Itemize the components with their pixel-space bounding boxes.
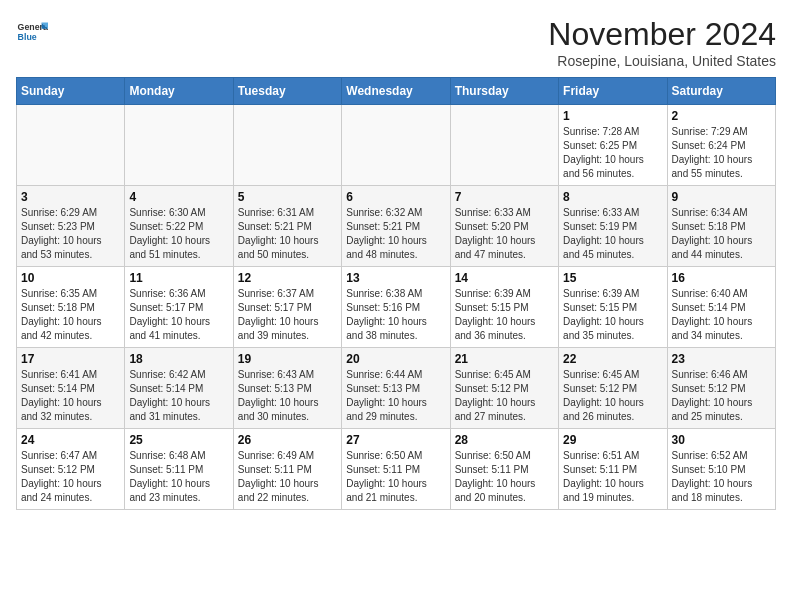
calendar-cell: 6Sunrise: 6:32 AM Sunset: 5:21 PM Daylig… xyxy=(342,186,450,267)
calendar-cell: 7Sunrise: 6:33 AM Sunset: 5:20 PM Daylig… xyxy=(450,186,558,267)
calendar-cell: 14Sunrise: 6:39 AM Sunset: 5:15 PM Dayli… xyxy=(450,267,558,348)
calendar-header-tuesday: Tuesday xyxy=(233,78,341,105)
day-info: Sunrise: 6:32 AM Sunset: 5:21 PM Dayligh… xyxy=(346,206,445,262)
calendar-header-monday: Monday xyxy=(125,78,233,105)
calendar-cell: 16Sunrise: 6:40 AM Sunset: 5:14 PM Dayli… xyxy=(667,267,775,348)
day-number: 17 xyxy=(21,352,120,366)
calendar-cell: 8Sunrise: 6:33 AM Sunset: 5:19 PM Daylig… xyxy=(559,186,667,267)
day-number: 4 xyxy=(129,190,228,204)
day-info: Sunrise: 6:35 AM Sunset: 5:18 PM Dayligh… xyxy=(21,287,120,343)
calendar-week-1: 1Sunrise: 7:28 AM Sunset: 6:25 PM Daylig… xyxy=(17,105,776,186)
month-title: November 2024 xyxy=(548,16,776,53)
calendar-cell: 28Sunrise: 6:50 AM Sunset: 5:11 PM Dayli… xyxy=(450,429,558,510)
day-info: Sunrise: 6:47 AM Sunset: 5:12 PM Dayligh… xyxy=(21,449,120,505)
day-number: 18 xyxy=(129,352,228,366)
day-info: Sunrise: 6:40 AM Sunset: 5:14 PM Dayligh… xyxy=(672,287,771,343)
calendar-cell: 13Sunrise: 6:38 AM Sunset: 5:16 PM Dayli… xyxy=(342,267,450,348)
calendar-header-friday: Friday xyxy=(559,78,667,105)
day-info: Sunrise: 6:46 AM Sunset: 5:12 PM Dayligh… xyxy=(672,368,771,424)
day-info: Sunrise: 6:52 AM Sunset: 5:10 PM Dayligh… xyxy=(672,449,771,505)
calendar-week-2: 3Sunrise: 6:29 AM Sunset: 5:23 PM Daylig… xyxy=(17,186,776,267)
calendar-cell: 9Sunrise: 6:34 AM Sunset: 5:18 PM Daylig… xyxy=(667,186,775,267)
day-number: 16 xyxy=(672,271,771,285)
calendar-cell: 4Sunrise: 6:30 AM Sunset: 5:22 PM Daylig… xyxy=(125,186,233,267)
day-number: 10 xyxy=(21,271,120,285)
day-number: 23 xyxy=(672,352,771,366)
calendar-cell: 11Sunrise: 6:36 AM Sunset: 5:17 PM Dayli… xyxy=(125,267,233,348)
day-number: 13 xyxy=(346,271,445,285)
calendar-cell: 27Sunrise: 6:50 AM Sunset: 5:11 PM Dayli… xyxy=(342,429,450,510)
day-number: 2 xyxy=(672,109,771,123)
day-info: Sunrise: 6:49 AM Sunset: 5:11 PM Dayligh… xyxy=(238,449,337,505)
calendar-header-sunday: Sunday xyxy=(17,78,125,105)
calendar-cell: 20Sunrise: 6:44 AM Sunset: 5:13 PM Dayli… xyxy=(342,348,450,429)
calendar-cell: 19Sunrise: 6:43 AM Sunset: 5:13 PM Dayli… xyxy=(233,348,341,429)
day-info: Sunrise: 6:44 AM Sunset: 5:13 PM Dayligh… xyxy=(346,368,445,424)
day-number: 29 xyxy=(563,433,662,447)
day-number: 7 xyxy=(455,190,554,204)
day-info: Sunrise: 6:38 AM Sunset: 5:16 PM Dayligh… xyxy=(346,287,445,343)
day-info: Sunrise: 6:39 AM Sunset: 5:15 PM Dayligh… xyxy=(563,287,662,343)
day-number: 26 xyxy=(238,433,337,447)
calendar-cell: 29Sunrise: 6:51 AM Sunset: 5:11 PM Dayli… xyxy=(559,429,667,510)
day-number: 15 xyxy=(563,271,662,285)
day-number: 6 xyxy=(346,190,445,204)
day-number: 5 xyxy=(238,190,337,204)
day-info: Sunrise: 6:45 AM Sunset: 5:12 PM Dayligh… xyxy=(563,368,662,424)
day-number: 12 xyxy=(238,271,337,285)
calendar-cell: 5Sunrise: 6:31 AM Sunset: 5:21 PM Daylig… xyxy=(233,186,341,267)
calendar-header-row: SundayMondayTuesdayWednesdayThursdayFrid… xyxy=(17,78,776,105)
day-number: 30 xyxy=(672,433,771,447)
day-number: 22 xyxy=(563,352,662,366)
calendar-cell: 26Sunrise: 6:49 AM Sunset: 5:11 PM Dayli… xyxy=(233,429,341,510)
calendar-cell: 30Sunrise: 6:52 AM Sunset: 5:10 PM Dayli… xyxy=(667,429,775,510)
calendar-cell: 24Sunrise: 6:47 AM Sunset: 5:12 PM Dayli… xyxy=(17,429,125,510)
day-info: Sunrise: 6:34 AM Sunset: 5:18 PM Dayligh… xyxy=(672,206,771,262)
calendar-cell xyxy=(450,105,558,186)
day-number: 1 xyxy=(563,109,662,123)
day-info: Sunrise: 6:41 AM Sunset: 5:14 PM Dayligh… xyxy=(21,368,120,424)
calendar-week-5: 24Sunrise: 6:47 AM Sunset: 5:12 PM Dayli… xyxy=(17,429,776,510)
day-info: Sunrise: 6:29 AM Sunset: 5:23 PM Dayligh… xyxy=(21,206,120,262)
calendar-cell: 12Sunrise: 6:37 AM Sunset: 5:17 PM Dayli… xyxy=(233,267,341,348)
day-number: 8 xyxy=(563,190,662,204)
calendar-cell xyxy=(342,105,450,186)
day-info: Sunrise: 7:29 AM Sunset: 6:24 PM Dayligh… xyxy=(672,125,771,181)
svg-text:Blue: Blue xyxy=(18,32,37,42)
day-info: Sunrise: 6:50 AM Sunset: 5:11 PM Dayligh… xyxy=(455,449,554,505)
calendar-cell: 18Sunrise: 6:42 AM Sunset: 5:14 PM Dayli… xyxy=(125,348,233,429)
calendar-header-wednesday: Wednesday xyxy=(342,78,450,105)
day-info: Sunrise: 6:33 AM Sunset: 5:20 PM Dayligh… xyxy=(455,206,554,262)
day-info: Sunrise: 6:43 AM Sunset: 5:13 PM Dayligh… xyxy=(238,368,337,424)
calendar-cell: 22Sunrise: 6:45 AM Sunset: 5:12 PM Dayli… xyxy=(559,348,667,429)
calendar-header-thursday: Thursday xyxy=(450,78,558,105)
calendar-cell xyxy=(125,105,233,186)
calendar-cell: 15Sunrise: 6:39 AM Sunset: 5:15 PM Dayli… xyxy=(559,267,667,348)
calendar-cell xyxy=(17,105,125,186)
day-number: 24 xyxy=(21,433,120,447)
day-info: Sunrise: 6:36 AM Sunset: 5:17 PM Dayligh… xyxy=(129,287,228,343)
calendar-table: SundayMondayTuesdayWednesdayThursdayFrid… xyxy=(16,77,776,510)
day-number: 3 xyxy=(21,190,120,204)
day-number: 25 xyxy=(129,433,228,447)
calendar-week-3: 10Sunrise: 6:35 AM Sunset: 5:18 PM Dayli… xyxy=(17,267,776,348)
location: Rosepine, Louisiana, United States xyxy=(548,53,776,69)
day-info: Sunrise: 6:37 AM Sunset: 5:17 PM Dayligh… xyxy=(238,287,337,343)
calendar-header-saturday: Saturday xyxy=(667,78,775,105)
logo: General Blue xyxy=(16,16,48,48)
day-info: Sunrise: 6:31 AM Sunset: 5:21 PM Dayligh… xyxy=(238,206,337,262)
title-block: November 2024 Rosepine, Louisiana, Unite… xyxy=(548,16,776,69)
day-info: Sunrise: 6:51 AM Sunset: 5:11 PM Dayligh… xyxy=(563,449,662,505)
calendar-cell xyxy=(233,105,341,186)
day-number: 21 xyxy=(455,352,554,366)
day-info: Sunrise: 6:33 AM Sunset: 5:19 PM Dayligh… xyxy=(563,206,662,262)
day-number: 11 xyxy=(129,271,228,285)
day-number: 27 xyxy=(346,433,445,447)
day-number: 20 xyxy=(346,352,445,366)
calendar-cell: 21Sunrise: 6:45 AM Sunset: 5:12 PM Dayli… xyxy=(450,348,558,429)
day-info: Sunrise: 7:28 AM Sunset: 6:25 PM Dayligh… xyxy=(563,125,662,181)
day-number: 19 xyxy=(238,352,337,366)
calendar-week-4: 17Sunrise: 6:41 AM Sunset: 5:14 PM Dayli… xyxy=(17,348,776,429)
day-number: 9 xyxy=(672,190,771,204)
day-number: 14 xyxy=(455,271,554,285)
